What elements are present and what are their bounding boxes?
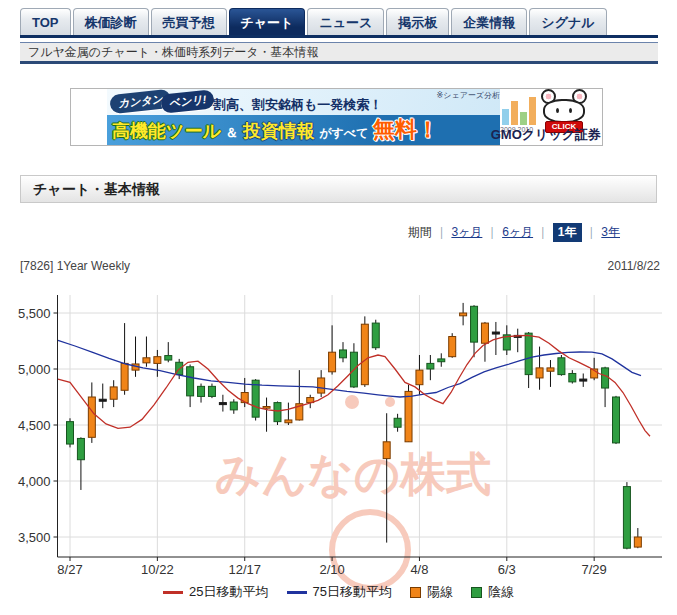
- axes: 5,5005,0004,5004,0003,5008/2710/2212/172…: [18, 295, 662, 577]
- tab-株価診断[interactable]: 株価診断: [73, 8, 149, 35]
- tab-underline: [20, 35, 658, 38]
- y-tick-label: 5,000: [18, 362, 51, 377]
- x-tick-label: 4/8: [410, 562, 428, 577]
- candle-14: [208, 384, 215, 399]
- candle-5: [110, 380, 117, 407]
- candle-16: [230, 399, 237, 414]
- period-separator: ｜: [586, 224, 598, 241]
- ad-creative: カンタン ベンリ! 割高、割安銘柄も一発検索！ ※シェアーズ分析 高機能ツール …: [107, 89, 502, 145]
- period-separator: ｜: [486, 224, 498, 241]
- y-tick-label: 4,000: [18, 474, 51, 489]
- candle-32: [405, 385, 412, 442]
- legend-line-swatch: [163, 591, 183, 594]
- candle-50: [602, 367, 609, 407]
- candle-9: [154, 350, 161, 377]
- legend-item-陽線: 陽線: [410, 583, 453, 601]
- legend-label: 陽線: [427, 583, 453, 601]
- tab-ニュース[interactable]: ニュース: [307, 8, 384, 35]
- tab-チャート[interactable]: チャート: [229, 8, 306, 35]
- legend-label: 陰線: [488, 583, 514, 601]
- candle-36: [449, 333, 456, 358]
- ad-text-ga: がすべて: [319, 126, 368, 140]
- candle-25: [329, 325, 336, 374]
- chart-date: 2011/8/22: [608, 259, 661, 273]
- breadcrumb-text: フルヤ金属のチャート・株価時系列データ・基本情報: [28, 45, 319, 59]
- tab-売買予想[interactable]: 売買予想: [151, 8, 227, 35]
- period-selector: 期間｜3ヶ月｜6ヶ月｜1年｜3年: [408, 223, 620, 241]
- ad-badge-benri: ベンリ!: [160, 89, 215, 113]
- candle-3: [88, 382, 95, 442]
- stock-chart: みんなの株式5,5005,0004,5004,0003,5008/2710/22…: [0, 280, 677, 615]
- grid: [58, 295, 663, 557]
- legend-label: 25日移動平均: [189, 583, 268, 601]
- legend-rect-swatch: [471, 587, 482, 598]
- period-option-1年[interactable]: 1年: [553, 223, 582, 242]
- chart-legend: 25日移動平均75日移動平均陽線陰線: [0, 583, 677, 601]
- legend-item-陰線: 陰線: [471, 583, 514, 601]
- candle-41: [503, 325, 510, 355]
- period-separator: ｜: [436, 224, 448, 241]
- candle-6: [121, 323, 128, 395]
- legend-item-25日移動平均: 25日移動平均: [163, 583, 268, 601]
- mouse-mascot-icon: CLICK: [540, 90, 588, 130]
- page: TOP株価診断売買予想チャートニュース掲示板企業情報シグナル フルヤ金属のチャー…: [0, 0, 677, 615]
- candle-21: [285, 403, 292, 425]
- candle-47: [569, 370, 576, 383]
- period-label: 期間: [408, 224, 432, 241]
- x-tick-label: 7/29: [582, 562, 607, 577]
- candle-10: [165, 342, 172, 362]
- watermark: みんなの株式: [215, 395, 491, 588]
- candle-20: [274, 401, 281, 425]
- ad-text-amp: ＆: [225, 125, 238, 140]
- candle-45: [547, 360, 554, 387]
- ad-banner[interactable]: カンタン ベンリ! 割高、割安銘柄も一発検索！ ※シェアーズ分析 高機能ツール …: [70, 88, 603, 146]
- candle-42: [514, 329, 521, 353]
- period-option-3年[interactable]: 3年: [601, 224, 620, 241]
- candle-15: [219, 395, 226, 412]
- candle-27: [350, 343, 357, 388]
- legend-item-75日移動平均: 75日移動平均: [287, 583, 392, 601]
- candle-46: [558, 355, 565, 376]
- section-header: チャート・基本情報: [20, 175, 657, 203]
- chart-title: [7826] 1Year Weekly: [20, 259, 130, 273]
- candle-1: [67, 418, 74, 447]
- x-tick-label: 8/27: [57, 562, 82, 577]
- period-option-3ヶ月[interactable]: 3ヶ月: [451, 224, 482, 241]
- candle-4: [99, 384, 106, 409]
- tab-シグナル[interactable]: シグナル: [529, 8, 606, 35]
- candle-31: [394, 414, 401, 432]
- candle-37: [460, 303, 467, 325]
- candle-34: [427, 355, 434, 380]
- x-tick-label: 6/3: [498, 562, 516, 577]
- candle-19: [263, 398, 270, 432]
- candle-43: [525, 332, 532, 388]
- period-separator: ｜: [537, 224, 549, 241]
- y-tick-label: 3,500: [18, 530, 51, 545]
- candle-52: [623, 482, 630, 549]
- tab-企業情報[interactable]: 企業情報: [451, 8, 527, 35]
- candle-7: [132, 337, 139, 377]
- legend-label: 75日移動平均: [313, 583, 392, 601]
- svg-text:みんなの株式: みんなの株式: [215, 448, 491, 500]
- candle-39: [481, 322, 488, 362]
- tab-掲示板[interactable]: 掲示板: [386, 8, 449, 35]
- ad-mini-chart-icon: [502, 95, 536, 125]
- tab-bar: TOP株価診断売買予想チャートニュース掲示板企業情報シグナル: [20, 8, 609, 35]
- candle-48: [580, 373, 587, 386]
- ad-text-tool: 高機能ツール: [112, 121, 221, 141]
- candle-12: [187, 365, 194, 408]
- candle-26: [340, 342, 347, 362]
- ad-text-free: 無料！: [373, 117, 439, 142]
- period-option-6ヶ月[interactable]: 6ヶ月: [502, 224, 533, 241]
- x-tick-label: 12/17: [228, 562, 261, 577]
- candle-2: [77, 437, 84, 490]
- candle-8: [143, 337, 150, 367]
- legend-line-swatch: [287, 591, 307, 594]
- candle-51: [613, 396, 620, 444]
- y-tick-label: 4,500: [18, 418, 51, 433]
- candle-53: [634, 528, 641, 548]
- candle-22: [296, 370, 303, 420]
- candle-35: [438, 353, 445, 366]
- tab-TOP[interactable]: TOP: [20, 8, 71, 35]
- ad-brand-text: GMOクリック証券: [491, 126, 601, 144]
